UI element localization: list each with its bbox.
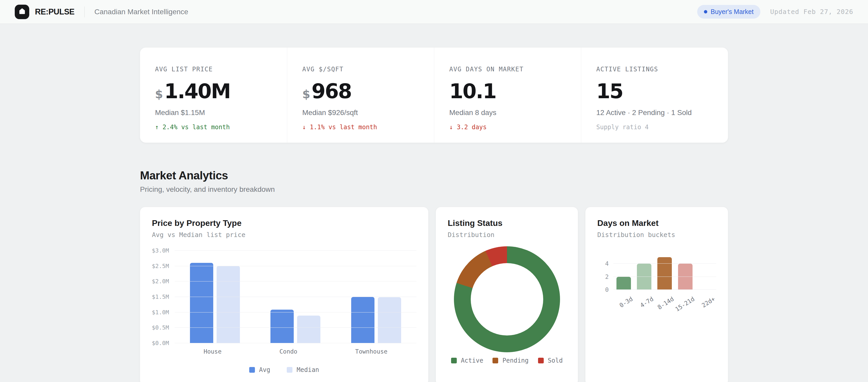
gridline [175, 343, 416, 343]
bar-condo-avg[interactable] [271, 310, 294, 343]
chart-subtitle: Avg vs Median list price [152, 231, 416, 239]
x-axis-labels: 0-3d4-7d8-14d15-21d22d+ [613, 293, 716, 322]
home-icon [19, 8, 26, 16]
x-tick-label: 0-3d [618, 296, 634, 309]
stat-label: AVG $/SQFT [302, 66, 424, 73]
y-tick-label: $2.0M [152, 278, 169, 284]
legend-item-median[interactable]: Median [287, 366, 319, 374]
legend-item-sold[interactable]: Sold [538, 357, 563, 364]
stat-active-listings: ACTIVE LISTINGS 15 12 Active · 2 Pending… [581, 47, 728, 143]
bar-group-townhouse [351, 297, 401, 343]
x-tick-slot: 4-7d [634, 293, 654, 322]
y-tick-label: $1.5M [152, 293, 169, 300]
stat-avg-sqft: AVG $/SQFT $ 968 Median $926/sqft ↓ 1.1%… [287, 47, 434, 143]
x-tick-slot: 15-21d [675, 293, 695, 322]
bucket-bar-chart: 024 [597, 250, 716, 290]
stat-sub: Median $926/sqft [302, 109, 424, 117]
stat-sub: Median $1.15M [155, 109, 277, 117]
chart-title: Days on Market [597, 218, 716, 228]
brand-name: RE:PULSE [35, 7, 74, 16]
gridline [175, 327, 416, 328]
bar-house-median[interactable] [217, 266, 240, 343]
header-subtitle: Canadian Market Intelligence [94, 8, 188, 16]
y-tick-label: $1.0M [152, 309, 169, 315]
y-tick-label: $0.0M [152, 340, 169, 346]
section-subtitle: Pricing, velocity, and inventory breakdo… [140, 185, 728, 194]
y-axis-labels: 024 [597, 250, 609, 290]
stat-delta: ↓ 1.1% vs last month [302, 124, 424, 131]
legend-swatch-icon [493, 358, 498, 363]
bar-8-14d[interactable] [657, 257, 672, 290]
grouped-bar-chart: $3.0M$2.5M$2.0M$1.5M$1.0M$0.5M$0.0M Hous… [152, 250, 416, 374]
days-on-market-card: Days on Market Distribution buckets 024 … [585, 207, 728, 382]
x-axis-labels: HouseCondoTownhouse [175, 348, 416, 355]
currency-prefix: $ [155, 88, 163, 101]
legend-swatch-icon [287, 367, 292, 373]
y-tick-label: $0.5M [152, 324, 169, 331]
bar-townhouse-median[interactable] [378, 297, 401, 343]
stat-delta: ↑ 2.4% vs last month [155, 124, 277, 131]
stat-value: 968 [312, 81, 351, 101]
legend-swatch-icon [451, 358, 457, 363]
legend-label: Median [297, 366, 319, 374]
y-tick-label: 0 [605, 286, 609, 293]
y-tick-label: 4 [605, 260, 609, 267]
market-status-badge[interactable]: Buyer's Market [697, 5, 760, 19]
y-tick-label: 2 [605, 273, 609, 280]
app-header: RE:PULSE Canadian Market Intelligence Bu… [0, 0, 868, 24]
bar-0-3d[interactable] [616, 277, 631, 290]
legend-label: Sold [548, 357, 563, 364]
stat-label: AVG DAYS ON MARKET [449, 66, 571, 73]
bar-condo-median[interactable] [297, 316, 320, 343]
x-tick-slot: 8-14d [654, 293, 675, 322]
stat-sub: Median 8 days [449, 109, 571, 117]
chart-legend: AvgMedian [152, 366, 416, 374]
bar-townhouse-avg[interactable] [351, 297, 374, 343]
x-tick-label: 8-14d [656, 296, 675, 311]
chart-subtitle: Distribution buckets [597, 231, 716, 239]
stat-delta: Supply ratio 4 [596, 124, 718, 131]
legend-label: Pending [502, 357, 528, 364]
chart-title: Price by Property Type [152, 218, 416, 228]
bar-group-house [190, 263, 240, 343]
x-tick-slot: 0-3d [613, 293, 634, 322]
header-divider [84, 6, 85, 17]
stat-label: ACTIVE LISTINGS [596, 66, 718, 73]
x-tick-label: 15-21d [674, 296, 695, 313]
stat-value: 1.40M [164, 81, 230, 101]
y-tick-label: $3.0M [152, 247, 169, 254]
y-axis-labels: $3.0M$2.5M$2.0M$1.5M$1.0M$0.5M$0.0M [152, 250, 169, 343]
plot-area [613, 250, 716, 290]
x-tick-label: Condo [279, 348, 297, 355]
donut-chart[interactable] [454, 246, 560, 352]
stat-value: 10.1 [449, 81, 496, 101]
price-by-type-card: Price by Property Type Avg vs Median lis… [140, 207, 428, 382]
chart-title: Listing Status [448, 218, 566, 228]
x-tick-label: House [204, 348, 221, 355]
stat-delta: ↓ 3.2 days [449, 124, 571, 131]
bar-group-condo [271, 310, 320, 343]
chart-legend: ActivePendingSold [448, 357, 566, 364]
currency-prefix: $ [302, 88, 310, 101]
section-title: Market Analytics [140, 169, 728, 182]
stats-panel: AVG LIST PRICE $ 1.40M Median $1.15M ↑ 2… [140, 47, 728, 143]
stat-avg-list-price: AVG LIST PRICE $ 1.40M Median $1.15M ↑ 2… [140, 47, 287, 143]
legend-item-avg[interactable]: Avg [249, 366, 270, 374]
chart-subtitle: Distribution [448, 231, 566, 239]
gridline [175, 266, 416, 266]
gridline [613, 289, 716, 290]
stat-avg-days-on-market: AVG DAYS ON MARKET 10.1 Median 8 days ↓ … [434, 47, 581, 143]
y-tick-label: $2.5M [152, 263, 169, 269]
last-updated: Updated Feb 27, 2026 [770, 8, 853, 15]
bar-house-avg[interactable] [190, 263, 213, 343]
legend-label: Active [461, 357, 484, 364]
plot-area [175, 250, 416, 343]
legend-item-pending[interactable]: Pending [493, 357, 528, 364]
legend-item-active[interactable]: Active [451, 357, 484, 364]
stat-value: 15 [596, 81, 623, 101]
listing-status-card: Listing Status Distribution ActivePendin… [436, 207, 578, 382]
legend-swatch-icon [538, 358, 544, 363]
x-tick-slot: 22d+ [695, 293, 716, 322]
status-dot-icon [704, 10, 707, 13]
stat-sub: 12 Active · 2 Pending · 1 Sold [596, 109, 718, 117]
